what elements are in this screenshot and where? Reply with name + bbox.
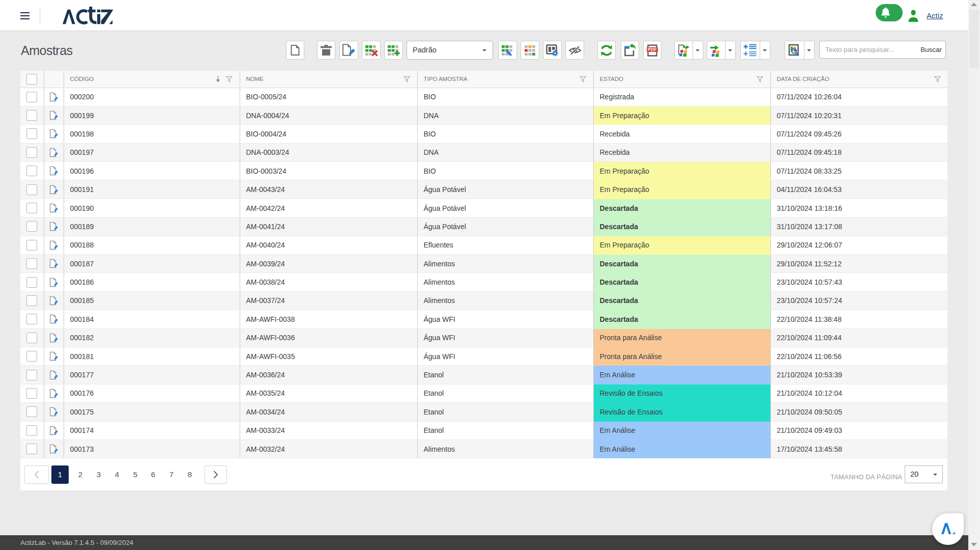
svg-text:PDF: PDF xyxy=(648,47,657,52)
